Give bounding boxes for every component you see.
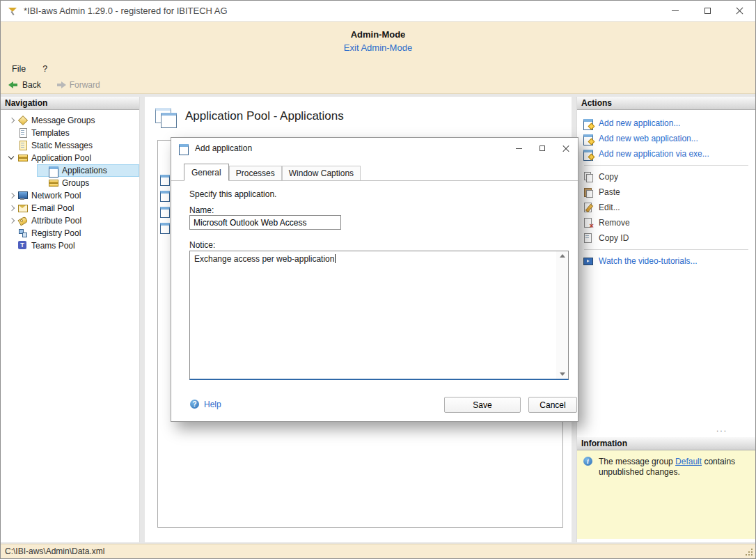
teams-pool-icon xyxy=(17,240,29,251)
maximize-button[interactable] xyxy=(691,1,723,21)
add-application-icon xyxy=(583,118,594,129)
add-web-application-icon xyxy=(583,133,594,144)
window-titlebar: *IBI-aws Admin 1.29.0 - registered for I… xyxy=(1,1,755,22)
default-message-group-link[interactable]: Default xyxy=(675,457,702,466)
notice-scrollbar[interactable] xyxy=(556,251,568,379)
application-icon xyxy=(159,221,171,233)
application-name-input[interactable] xyxy=(189,215,341,230)
paste-icon xyxy=(583,187,594,198)
tab-general[interactable]: General xyxy=(184,164,229,181)
nav-item-groups[interactable]: Groups xyxy=(37,177,139,189)
actions-list: Add new application... Add new web appli… xyxy=(577,110,756,269)
expander-collapsed-icon[interactable] xyxy=(6,115,17,126)
action-remove[interactable]: Remove xyxy=(583,215,756,230)
dialog-maximize-button[interactable] xyxy=(530,138,554,159)
admin-mode-title: Admin-Mode xyxy=(1,29,755,40)
back-arrow-icon xyxy=(8,79,19,90)
attribute-pool-icon xyxy=(17,215,29,226)
application-list-item[interactable] xyxy=(159,189,171,201)
scroll-down-icon[interactable] xyxy=(560,372,565,376)
application-list-item[interactable] xyxy=(159,205,171,217)
expander-collapsed-icon[interactable] xyxy=(6,203,17,214)
menu-file[interactable]: File xyxy=(12,64,26,74)
expander-collapsed-icon[interactable] xyxy=(6,190,17,201)
minimize-icon xyxy=(516,148,522,149)
action-add-new-application[interactable]: Add new application... xyxy=(583,116,756,131)
window-controls xyxy=(659,1,755,21)
maximize-icon xyxy=(540,145,545,151)
nav-item-email-pool[interactable]: E-mail Pool xyxy=(1,202,139,214)
nav-item-application-pool[interactable]: Application Pool xyxy=(1,152,139,164)
nav-item-teams-pool[interactable]: Teams Pool xyxy=(1,239,139,252)
close-button[interactable] xyxy=(723,1,755,21)
nav-item-attribute-pool[interactable]: Attribute Pool xyxy=(1,214,139,227)
resize-grip-icon[interactable] xyxy=(746,549,753,556)
name-label: Name: xyxy=(189,205,214,215)
page-title: Application Pool - Applications xyxy=(185,109,344,123)
forward-arrow-icon xyxy=(55,79,66,90)
app-window: *IBI-aws Admin 1.29.0 - registered for I… xyxy=(0,0,756,559)
expander-collapsed-icon[interactable] xyxy=(6,215,17,226)
save-button[interactable]: Save xyxy=(444,397,521,413)
expander-spacer xyxy=(37,178,48,189)
expander-spacer xyxy=(37,165,48,176)
action-copy[interactable]: Copy xyxy=(583,169,756,184)
action-edit[interactable]: Edit... xyxy=(583,200,756,215)
notice-text: Exchange access per web-application xyxy=(194,254,553,265)
application-pool-icon xyxy=(17,152,29,164)
dialog-tabstrip: General Processes Window Captions xyxy=(171,162,578,181)
forward-button[interactable]: Forward xyxy=(55,79,100,90)
copy-icon xyxy=(583,171,594,182)
actions-header: Actions xyxy=(577,97,756,110)
nav-item-static-messages[interactable]: Static Messages xyxy=(1,139,139,152)
help-link[interactable]: Help xyxy=(189,399,221,410)
back-button[interactable]: Back xyxy=(8,79,41,90)
dialog-titlebar[interactable]: Add application xyxy=(171,138,578,159)
action-watch-video-tutorials[interactable]: Watch the video-tutorials... xyxy=(583,253,756,269)
nav-item-network-pool[interactable]: Network Pool xyxy=(1,189,139,202)
action-add-new-web-application[interactable]: Add new web application... xyxy=(583,131,756,146)
status-bar: C:\IBI-aws\Admin\Data.xml xyxy=(1,544,755,558)
help-label: Help xyxy=(204,400,221,409)
status-bar-path: C:\IBI-aws\Admin\Data.xml xyxy=(5,546,104,556)
action-copy-id[interactable]: Copy ID xyxy=(583,230,756,246)
application-icon xyxy=(159,173,171,184)
information-box: The message group Default contains unpub… xyxy=(577,450,756,539)
expander-spacer xyxy=(6,127,17,139)
app-logo-icon xyxy=(7,6,18,17)
action-paste[interactable]: Paste xyxy=(583,184,756,200)
expander-expanded-icon[interactable] xyxy=(6,152,17,164)
nav-item-registry-pool[interactable]: Registry Pool xyxy=(1,227,139,239)
actions-panel: Actions Add new application... Add new w… xyxy=(576,97,756,542)
info-message-prefix: The message group xyxy=(599,457,675,466)
expander-spacer xyxy=(6,240,17,251)
nav-item-message-groups[interactable]: Message Groups xyxy=(1,114,139,127)
exit-admin-mode-link[interactable]: Exit Admin-Mode xyxy=(344,42,412,53)
remove-icon xyxy=(583,217,594,228)
groups-icon xyxy=(48,178,59,189)
minimize-button[interactable] xyxy=(659,1,691,21)
action-add-new-application-via-exe[interactable]: Add new application via exe... xyxy=(583,146,756,162)
dialog-close-button[interactable] xyxy=(554,138,578,159)
nav-item-applications[interactable]: Applications xyxy=(37,164,139,177)
dialog-minimize-button[interactable] xyxy=(507,138,530,159)
application-list-item[interactable] xyxy=(159,221,171,233)
application-list-item[interactable] xyxy=(159,173,171,185)
scroll-up-icon[interactable] xyxy=(560,254,565,258)
tab-window-captions[interactable]: Window Captions xyxy=(282,166,361,180)
menu-help[interactable]: ? xyxy=(42,64,47,74)
navigation-panel: Navigation Message Groups Templates Stat… xyxy=(1,97,140,542)
expander-spacer xyxy=(6,228,17,239)
application-icon xyxy=(159,189,171,200)
nav-item-templates[interactable]: Templates xyxy=(1,127,139,139)
application-icon xyxy=(159,205,171,216)
minimize-icon xyxy=(672,10,679,11)
cancel-button[interactable]: Cancel xyxy=(528,397,577,413)
navigation-tree: Message Groups Templates Static Messages… xyxy=(1,110,139,252)
panel-splitter[interactable]: ... xyxy=(716,424,727,434)
text-caret xyxy=(335,254,336,263)
notice-textarea[interactable]: Exchange access per web-application xyxy=(189,251,569,380)
menu-bar: File ? xyxy=(1,62,755,76)
tab-processes[interactable]: Processes xyxy=(229,166,282,180)
applications-icon xyxy=(48,165,59,176)
